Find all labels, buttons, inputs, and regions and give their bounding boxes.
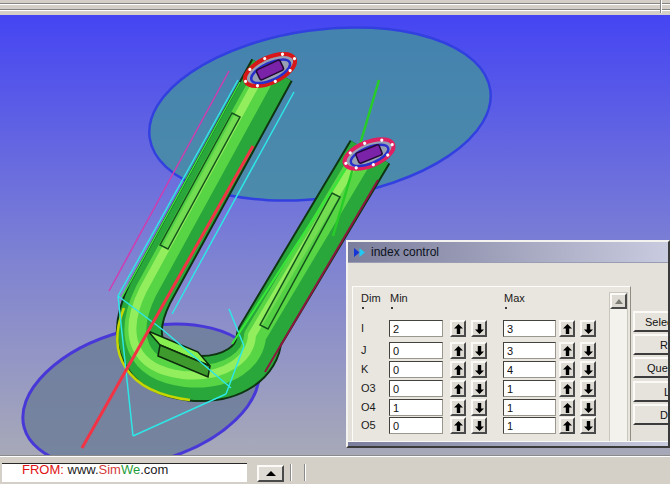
max-input[interactable] bbox=[503, 417, 556, 434]
max-spin-up-button[interactable] bbox=[559, 342, 575, 359]
dialog-titlebar[interactable]: index control bbox=[348, 242, 668, 263]
max-input[interactable] bbox=[503, 320, 556, 337]
source-text: FROM: www.SimWe.com bbox=[22, 463, 168, 477]
index-row: O4 bbox=[353, 399, 630, 416]
max-spin-up-button[interactable] bbox=[559, 320, 575, 337]
index-row: O5 bbox=[353, 417, 630, 434]
l-button[interactable]: L bbox=[633, 381, 670, 402]
divider bbox=[661, 0, 662, 13]
query-button[interactable]: Quer bbox=[633, 357, 670, 378]
max-spin-down-button[interactable] bbox=[580, 417, 596, 434]
divider bbox=[304, 464, 305, 481]
source-segment: We bbox=[121, 463, 140, 477]
min-input[interactable] bbox=[389, 399, 443, 416]
source-segment: Sim bbox=[99, 463, 121, 477]
divider bbox=[0, 10, 670, 11]
max-input[interactable] bbox=[503, 380, 556, 397]
dialog-scrollbar[interactable] bbox=[609, 292, 628, 448]
dim-label: O5 bbox=[361, 419, 376, 431]
min-spin-up-button[interactable] bbox=[450, 380, 466, 397]
max-spin-down-button[interactable] bbox=[580, 380, 596, 397]
source-field[interactable]: FROM: www.SimWe.com bbox=[2, 463, 247, 482]
dialog-title: index control bbox=[371, 245, 439, 259]
max-spin-down-button[interactable] bbox=[580, 342, 596, 359]
min-spin-up-button[interactable] bbox=[450, 320, 466, 337]
status-bar: FROM: www.SimWe.com bbox=[0, 455, 670, 484]
expand-up-button[interactable] bbox=[257, 465, 284, 482]
min-input[interactable] bbox=[389, 361, 443, 378]
index-row: O3 bbox=[353, 380, 630, 397]
double-play-icon bbox=[353, 246, 366, 259]
min-input[interactable] bbox=[389, 417, 443, 434]
divider bbox=[0, 4, 670, 5]
max-spin-up-button[interactable] bbox=[559, 361, 575, 378]
max-input[interactable] bbox=[503, 399, 556, 416]
column-header-max: Max bbox=[504, 292, 525, 304]
max-spin-up-button[interactable] bbox=[559, 380, 575, 397]
min-spin-down-button[interactable] bbox=[471, 417, 487, 434]
index-table-panel: Dim Min Max IJKO3O4O5 bbox=[352, 286, 631, 448]
source-segment: FROM: bbox=[22, 463, 64, 477]
max-spin-down-button[interactable] bbox=[580, 361, 596, 378]
source-segment: www. bbox=[64, 463, 99, 477]
scroll-up-button[interactable] bbox=[610, 293, 627, 309]
min-input[interactable] bbox=[389, 342, 443, 359]
dot bbox=[505, 307, 507, 309]
dim-label: O4 bbox=[361, 401, 376, 413]
min-spin-down-button[interactable] bbox=[471, 320, 487, 337]
dim-label: O3 bbox=[361, 382, 376, 394]
min-spin-down-button[interactable] bbox=[471, 361, 487, 378]
index-control-dialog: index control Dim Min Max IJKO3O4O5 Sele… bbox=[346, 240, 670, 448]
max-input[interactable] bbox=[503, 342, 556, 359]
min-spin-down-button[interactable] bbox=[471, 342, 487, 359]
min-spin-down-button[interactable] bbox=[471, 380, 487, 397]
column-header-dim: Dim bbox=[361, 292, 381, 304]
dialog-bottom-edge bbox=[348, 441, 668, 446]
index-row: I bbox=[353, 320, 630, 337]
dot bbox=[362, 307, 364, 309]
min-spin-up-button[interactable] bbox=[450, 361, 466, 378]
max-spin-down-button[interactable] bbox=[580, 399, 596, 416]
dim-label: J bbox=[361, 344, 367, 356]
r-button[interactable]: R bbox=[633, 334, 670, 355]
scroll-down-icon bbox=[615, 448, 623, 449]
max-spin-down-button[interactable] bbox=[580, 320, 596, 337]
app-window: index control Dim Min Max IJKO3O4O5 Sele… bbox=[0, 0, 670, 484]
min-spin-down-button[interactable] bbox=[471, 399, 487, 416]
source-segment: .com bbox=[140, 463, 168, 477]
dim-label: I bbox=[361, 322, 364, 334]
min-input[interactable] bbox=[389, 380, 443, 397]
max-spin-up-button[interactable] bbox=[559, 417, 575, 434]
dialog-body: Dim Min Max IJKO3O4O5 SelecRQuerLD bbox=[348, 263, 668, 446]
index-row: K bbox=[353, 361, 630, 378]
divider bbox=[290, 464, 291, 481]
scroll-up-icon bbox=[615, 299, 623, 304]
min-spin-up-button[interactable] bbox=[450, 342, 466, 359]
min-input[interactable] bbox=[389, 320, 443, 337]
top-toolbar bbox=[0, 0, 670, 15]
min-spin-up-button[interactable] bbox=[450, 399, 466, 416]
column-header-min: Min bbox=[390, 292, 408, 304]
select-button[interactable]: Selec bbox=[633, 311, 670, 332]
max-spin-up-button[interactable] bbox=[559, 399, 575, 416]
index-row: J bbox=[353, 342, 630, 359]
min-spin-up-button[interactable] bbox=[450, 417, 466, 434]
max-input[interactable] bbox=[503, 361, 556, 378]
dot bbox=[391, 307, 393, 309]
dim-label: K bbox=[361, 363, 368, 375]
d-button[interactable]: D bbox=[633, 404, 670, 425]
up-arrow-icon bbox=[266, 471, 276, 476]
